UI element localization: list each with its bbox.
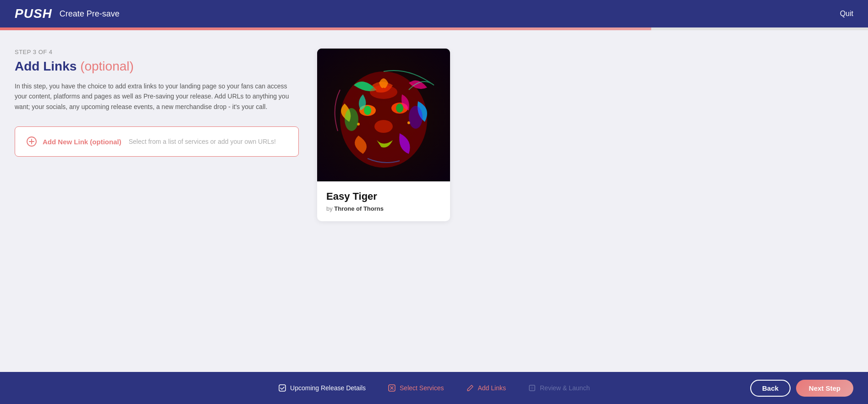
page-description: In this step, you have the choice to add… <box>15 81 299 112</box>
page-title-optional: (optional) <box>80 59 134 73</box>
album-by: by Throne of Thorns <box>326 205 441 212</box>
plus-icon <box>26 136 37 147</box>
step-label: STEP 3 OF 4 <box>15 49 299 55</box>
add-link-label: Add New Link (optional) <box>43 138 121 146</box>
header-left: PUSH Create Pre-save <box>15 6 120 21</box>
svg-point-7 <box>364 106 371 115</box>
box-icon <box>528 384 536 392</box>
footer-step-label-services: Select Services <box>400 384 444 392</box>
footer-step-label-review: Review & Launch <box>540 384 590 392</box>
svg-point-8 <box>396 104 403 113</box>
edit-icon <box>466 384 474 392</box>
add-new-link-box[interactable]: Add New Link (optional) Select from a li… <box>15 126 299 157</box>
page-title-main: Add Links <box>15 59 77 73</box>
footer-steps: Upcoming Release Details Select Services… <box>15 384 853 392</box>
footer-step-review: Review & Launch <box>517 384 601 392</box>
app-header: PUSH Create Pre-save Quit <box>0 0 868 27</box>
back-button[interactable]: Back <box>750 380 791 397</box>
footer: Upcoming Release Details Select Services… <box>0 372 868 404</box>
svg-point-9 <box>374 120 393 133</box>
header-title: Create Pre-save <box>60 9 120 19</box>
footer-step-add-links: Add Links <box>455 384 517 392</box>
svg-point-13 <box>345 108 358 131</box>
footer-nav: Back Next Step <box>750 380 853 397</box>
album-title: Easy Tiger <box>326 191 441 202</box>
right-panel: Easy Tiger by Throne of Thorns <box>317 49 450 363</box>
footer-step-select-services: Select Services <box>377 384 455 392</box>
left-panel: STEP 3 OF 4 Add Links (optional) In this… <box>15 49 299 363</box>
svg-rect-15 <box>279 385 286 391</box>
footer-step-upcoming-release: Upcoming Release Details <box>267 384 377 392</box>
logo: PUSH <box>15 6 52 21</box>
page-title: Add Links (optional) <box>15 59 299 74</box>
footer-step-label-links: Add Links <box>478 384 506 392</box>
album-card: Easy Tiger by Throne of Thorns <box>317 49 450 221</box>
svg-point-14 <box>409 106 423 129</box>
check-icon <box>278 384 286 392</box>
content-wrapper: STEP 3 OF 4 Add Links (optional) In this… <box>15 49 565 363</box>
album-artist: Throne of Thorns <box>334 205 384 212</box>
album-artwork <box>317 49 450 181</box>
next-step-button[interactable]: Next Step <box>796 380 853 397</box>
footer-step-label-upcoming: Upcoming Release Details <box>290 384 366 392</box>
x-icon <box>388 384 396 392</box>
quit-button[interactable]: Quit <box>840 10 853 18</box>
add-link-hint: Select from a list of services or add yo… <box>129 138 276 145</box>
album-info: Easy Tiger by Throne of Thorns <box>317 181 450 221</box>
main-content: STEP 3 OF 4 Add Links (optional) In this… <box>0 30 868 372</box>
by-label: by <box>326 205 333 212</box>
